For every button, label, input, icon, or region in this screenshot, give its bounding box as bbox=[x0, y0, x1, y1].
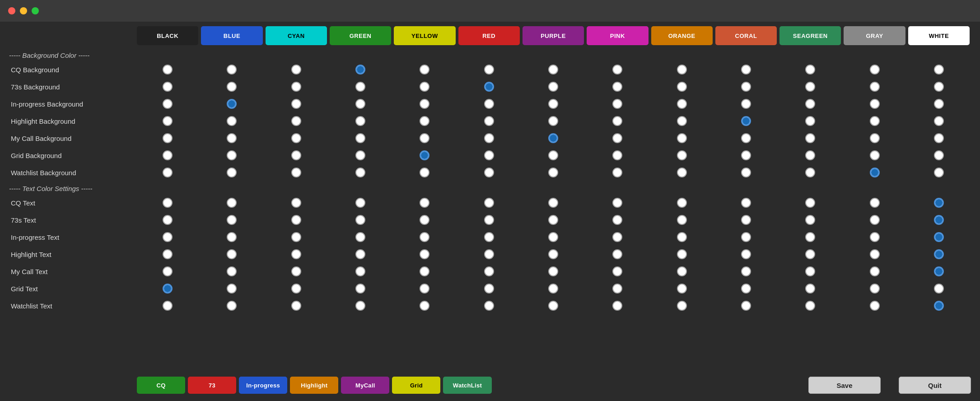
radio-btn-0-1-4[interactable] bbox=[420, 82, 429, 92]
radio-btn-1-2-12[interactable] bbox=[934, 232, 944, 242]
radio-btn-1-6-12[interactable] bbox=[934, 301, 944, 311]
radio-btn-1-3-5[interactable] bbox=[484, 249, 494, 259]
radio-btn-0-3-4[interactable] bbox=[420, 116, 429, 126]
footer-btn-grid[interactable]: Grid bbox=[392, 377, 440, 394]
radio-btn-1-1-7[interactable] bbox=[612, 215, 622, 225]
radio-btn-1-0-3[interactable] bbox=[355, 198, 365, 208]
radio-btn-0-0-4[interactable] bbox=[420, 65, 429, 75]
radio-btn-1-6-5[interactable] bbox=[484, 301, 494, 311]
radio-btn-0-2-1[interactable] bbox=[227, 99, 237, 109]
radio-btn-0-0-12[interactable] bbox=[934, 65, 944, 75]
radio-btn-0-1-10[interactable] bbox=[805, 82, 815, 92]
radio-btn-0-0-7[interactable] bbox=[612, 65, 622, 75]
radio-btn-1-4-0[interactable] bbox=[163, 266, 173, 276]
radio-btn-1-4-12[interactable] bbox=[934, 266, 944, 276]
radio-btn-1-6-4[interactable] bbox=[420, 301, 429, 311]
radio-btn-0-6-12[interactable] bbox=[934, 168, 944, 177]
radio-btn-0-4-8[interactable] bbox=[677, 133, 687, 143]
radio-btn-0-6-5[interactable] bbox=[484, 168, 494, 177]
radio-btn-0-1-1[interactable] bbox=[227, 82, 237, 92]
radio-btn-0-0-11[interactable] bbox=[870, 65, 880, 75]
close-button[interactable] bbox=[8, 7, 15, 14]
radio-btn-1-0-12[interactable] bbox=[934, 198, 944, 208]
radio-btn-0-6-1[interactable] bbox=[227, 168, 237, 177]
radio-btn-0-4-2[interactable] bbox=[291, 133, 301, 143]
radio-btn-0-4-3[interactable] bbox=[355, 133, 365, 143]
radio-btn-0-1-0[interactable] bbox=[163, 82, 173, 92]
radio-btn-0-3-3[interactable] bbox=[355, 116, 365, 126]
radio-btn-1-4-2[interactable] bbox=[291, 266, 301, 276]
radio-btn-1-1-8[interactable] bbox=[677, 215, 687, 225]
radio-btn-0-5-11[interactable] bbox=[870, 150, 880, 160]
radio-btn-1-1-3[interactable] bbox=[355, 215, 365, 225]
radio-btn-1-5-12[interactable] bbox=[934, 284, 944, 294]
radio-btn-1-5-4[interactable] bbox=[420, 284, 429, 294]
radio-btn-1-2-11[interactable] bbox=[870, 232, 880, 242]
radio-btn-1-2-0[interactable] bbox=[163, 232, 173, 242]
radio-btn-0-1-3[interactable] bbox=[355, 82, 365, 92]
radio-btn-1-1-2[interactable] bbox=[291, 215, 301, 225]
radio-btn-0-0-3[interactable] bbox=[355, 65, 365, 75]
radio-btn-1-4-1[interactable] bbox=[227, 266, 237, 276]
radio-btn-1-6-9[interactable] bbox=[741, 301, 751, 311]
radio-btn-1-6-10[interactable] bbox=[805, 301, 815, 311]
radio-btn-1-2-5[interactable] bbox=[484, 232, 494, 242]
radio-btn-0-1-12[interactable] bbox=[934, 82, 944, 92]
radio-btn-0-0-2[interactable] bbox=[291, 65, 301, 75]
radio-btn-0-3-10[interactable] bbox=[805, 116, 815, 126]
radio-btn-1-3-6[interactable] bbox=[548, 249, 558, 259]
radio-btn-1-6-3[interactable] bbox=[355, 301, 365, 311]
radio-btn-1-4-9[interactable] bbox=[741, 266, 751, 276]
radio-btn-1-6-2[interactable] bbox=[291, 301, 301, 311]
radio-btn-1-3-9[interactable] bbox=[741, 249, 751, 259]
radio-btn-0-2-5[interactable] bbox=[484, 99, 494, 109]
radio-btn-0-4-1[interactable] bbox=[227, 133, 237, 143]
radio-btn-1-2-4[interactable] bbox=[420, 232, 429, 242]
radio-btn-0-0-6[interactable] bbox=[548, 65, 558, 75]
radio-btn-1-3-11[interactable] bbox=[870, 249, 880, 259]
radio-btn-0-0-1[interactable] bbox=[227, 65, 237, 75]
radio-btn-1-0-9[interactable] bbox=[741, 198, 751, 208]
radio-btn-1-3-4[interactable] bbox=[420, 249, 429, 259]
radio-btn-1-4-4[interactable] bbox=[420, 266, 429, 276]
radio-btn-1-1-9[interactable] bbox=[741, 215, 751, 225]
save-button[interactable]: Save bbox=[808, 377, 881, 394]
radio-btn-1-6-1[interactable] bbox=[227, 301, 237, 311]
radio-btn-1-0-6[interactable] bbox=[548, 198, 558, 208]
radio-btn-0-5-3[interactable] bbox=[355, 150, 365, 160]
radio-btn-0-2-9[interactable] bbox=[741, 99, 751, 109]
radio-btn-0-5-1[interactable] bbox=[227, 150, 237, 160]
radio-btn-0-6-3[interactable] bbox=[355, 168, 365, 177]
radio-btn-0-5-0[interactable] bbox=[163, 150, 173, 160]
radio-btn-1-5-3[interactable] bbox=[355, 284, 365, 294]
radio-btn-1-4-5[interactable] bbox=[484, 266, 494, 276]
footer-btn-highlight[interactable]: Highlight bbox=[290, 377, 338, 394]
radio-btn-0-6-9[interactable] bbox=[741, 168, 751, 177]
radio-btn-0-4-0[interactable] bbox=[163, 133, 173, 143]
radio-btn-0-1-9[interactable] bbox=[741, 82, 751, 92]
radio-btn-0-4-6[interactable] bbox=[548, 133, 558, 143]
radio-btn-1-3-1[interactable] bbox=[227, 249, 237, 259]
radio-btn-1-5-2[interactable] bbox=[291, 284, 301, 294]
radio-btn-0-0-5[interactable] bbox=[484, 65, 494, 75]
radio-btn-1-5-1[interactable] bbox=[227, 284, 237, 294]
radio-btn-0-2-2[interactable] bbox=[291, 99, 301, 109]
radio-btn-0-3-8[interactable] bbox=[677, 116, 687, 126]
radio-btn-0-3-2[interactable] bbox=[291, 116, 301, 126]
radio-btn-1-4-3[interactable] bbox=[355, 266, 365, 276]
radio-btn-0-2-12[interactable] bbox=[934, 99, 944, 109]
radio-btn-1-1-5[interactable] bbox=[484, 215, 494, 225]
radio-btn-0-6-2[interactable] bbox=[291, 168, 301, 177]
radio-btn-1-4-10[interactable] bbox=[805, 266, 815, 276]
radio-btn-1-5-6[interactable] bbox=[548, 284, 558, 294]
radio-btn-1-6-8[interactable] bbox=[677, 301, 687, 311]
radio-btn-1-5-10[interactable] bbox=[805, 284, 815, 294]
radio-btn-0-4-5[interactable] bbox=[484, 133, 494, 143]
radio-btn-1-3-8[interactable] bbox=[677, 249, 687, 259]
radio-btn-1-6-0[interactable] bbox=[163, 301, 173, 311]
radio-btn-1-5-8[interactable] bbox=[677, 284, 687, 294]
radio-btn-0-2-3[interactable] bbox=[355, 99, 365, 109]
radio-btn-1-1-12[interactable] bbox=[934, 215, 944, 225]
radio-btn-1-3-7[interactable] bbox=[612, 249, 622, 259]
radio-btn-0-1-8[interactable] bbox=[677, 82, 687, 92]
